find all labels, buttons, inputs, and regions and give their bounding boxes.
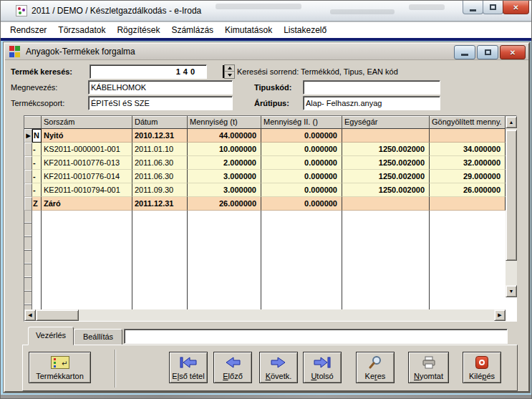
keres-button[interactable]: Keres — [356, 352, 395, 383]
tipuskod-input[interactable] — [303, 80, 440, 95]
icon-dot — [54, 365, 56, 367]
close-button[interactable]: ✕ — [503, 1, 529, 14]
last-record-icon — [312, 352, 332, 372]
cell-gongyolitett: 26.000000 — [430, 183, 506, 197]
arutipus-label: Árútipus: — [254, 99, 289, 107]
up-arrow-icon — [228, 67, 232, 69]
tab-vezerles[interactable]: Vezérlés — [28, 327, 74, 345]
vertical-scrollbar[interactable]: ▲ ▼ — [506, 116, 517, 297]
spinner-down-button[interactable] — [225, 72, 234, 78]
background-blur — [216, 4, 301, 9]
horizontal-scrollbar-thumb[interactable] — [36, 309, 79, 321]
icon-tile — [9, 46, 14, 51]
table-row-zaro[interactable]: Z Záró 2011.12.31 26.000000 0.000000 — [24, 197, 506, 211]
label-part: Ke — [365, 372, 374, 380]
nyomtat-button[interactable]: Nyomtat — [408, 352, 449, 383]
table-row-1[interactable]: - KS2011-0000001-001 2011.01.10 10.00000… — [24, 143, 506, 156]
record-selector[interactable] — [24, 143, 32, 156]
background-blur — [409, 4, 445, 10]
screen: 2011 / DEMO / Készletgazdálkodás - e-Iro… — [0, 0, 532, 399]
maximize-icon — [490, 4, 496, 10]
col-header-sorszam[interactable]: Sorszám — [42, 116, 132, 129]
scroll-right-button[interactable]: ▶ — [494, 309, 506, 321]
minimize-icon — [461, 54, 468, 56]
exit-power-icon — [475, 356, 488, 369]
menu-item-rogzitesek[interactable]: Rögzítések — [111, 22, 165, 39]
menu-item-kimutatasok[interactable]: Kimutatások — [219, 22, 278, 39]
col-header-datum[interactable]: Dátum — [132, 116, 188, 129]
table-row-nyito[interactable]: ▶ N Nyitó 2010.12.31 44.000000 0.000000 — [24, 129, 506, 143]
cell-datum: 2011.06.30 — [132, 156, 188, 170]
record-selector[interactable] — [24, 183, 32, 197]
icon-dot — [54, 362, 56, 364]
vertical-scrollbar-thumb[interactable] — [506, 130, 517, 261]
header-corner — [24, 116, 42, 129]
icon-tile — [9, 52, 14, 57]
maximize-button[interactable] — [483, 1, 503, 14]
label-part: Kilé — [469, 372, 482, 380]
utolso-button[interactable]: Utolsó — [303, 352, 342, 383]
table-row-3[interactable]: - KF2011-0010776-014 2011.06.30 3.000000… — [24, 170, 506, 183]
record-selector[interactable] — [24, 197, 32, 211]
table-row-2[interactable]: - KF2011-0010776-013 2011.06.30 2.000000… — [24, 156, 506, 170]
elso-tetel-button[interactable]: Első tétel — [169, 352, 208, 383]
record-selector[interactable] — [24, 156, 32, 170]
record-selector[interactable]: ▶ — [24, 129, 32, 143]
empty-column — [188, 211, 261, 309]
product-movements-table: Sorszám Dátum Mennyiség (t) Mennyiség II… — [24, 115, 517, 322]
desktop-background — [1, 395, 532, 399]
button-label: Nyomtat — [414, 372, 443, 380]
tab-beallitas[interactable]: Beállítás — [74, 329, 122, 345]
arutipus-input[interactable] — [303, 96, 440, 110]
table-row-4[interactable]: - KE2011-0010794-001 2011.09.30 3.000000… — [24, 183, 506, 197]
row-marker: - — [32, 143, 42, 156]
termekcsoport-input[interactable] — [88, 96, 233, 110]
close-icon: ✕ — [513, 4, 518, 11]
child-minimize-button[interactable] — [454, 45, 475, 59]
label-accel: E — [223, 372, 228, 380]
horizontal-scrollbar[interactable]: ◀ ▶ — [24, 309, 506, 321]
scroll-up-button[interactable]: ▲ — [506, 116, 517, 128]
menu-item-rendszer[interactable]: Rendszer — [4, 22, 52, 39]
cell-mennyiseg2: 0.000000 — [261, 129, 342, 143]
cell-mennyiseg: 3.000000 — [188, 170, 261, 183]
child-window-title: Anyagok-Termékek forgalma — [26, 47, 135, 57]
scrollbar-corner — [506, 297, 517, 321]
col-header-mennyiseg2[interactable]: Mennyiség II. () — [261, 116, 342, 129]
menu-item-szamlazas[interactable]: Számlázás — [165, 22, 219, 39]
child-restore-button[interactable] — [477, 45, 498, 59]
search-spinner[interactable] — [224, 64, 235, 79]
child-window-titlebar[interactable]: Anyagok-Termékek forgalma ✕ — [5, 44, 528, 60]
termek-kereses-input[interactable] — [90, 64, 207, 79]
label-accel: N — [414, 372, 420, 380]
minimize-button[interactable] — [463, 1, 483, 14]
button-label: Kilépés — [469, 372, 495, 380]
power-ring — [479, 360, 485, 365]
termekkarton-button[interactable]: ↵ Termékkarton — [29, 352, 91, 383]
cell-egysegar: 1250.002000 — [342, 143, 430, 156]
exit-power-icon — [475, 352, 488, 372]
status-field[interactable] — [124, 329, 508, 344]
megnevezes-input[interactable] — [88, 80, 233, 95]
menu-item-torzsadatok[interactable]: Törzsadatok — [52, 22, 111, 39]
elozo-button[interactable]: Előző — [213, 352, 252, 383]
cell-datum: 2010.12.31 — [132, 129, 188, 143]
kilepes-button[interactable]: Kilépés — [463, 352, 501, 383]
col-header-gongyolitett[interactable]: Göngyölített menny. — [430, 116, 506, 129]
kovetkezo-button[interactable]: Követk. — [259, 352, 298, 383]
label-part: tolsó — [316, 372, 333, 380]
mdi-background: Anyagok-Termékek forgalma ✕ Termék keres… — [1, 41, 532, 395]
scroll-left-button[interactable]: ◀ — [24, 309, 36, 321]
menu-item-listakezelo[interactable]: Listakezelő — [278, 22, 332, 39]
child-close-button[interactable]: ✕ — [500, 45, 526, 59]
window-titlebar[interactable]: 2011 / DEMO / Készletgazdálkodás - e-Iro… — [1, 1, 532, 21]
record-selector[interactable] — [24, 170, 32, 183]
empty-column — [42, 211, 132, 309]
col-header-mennyiseg[interactable]: Mennyiség (t) — [188, 116, 261, 129]
cell-mennyiseg2: 0.000000 — [261, 170, 342, 183]
col-header-egysegar[interactable]: Egységár — [342, 116, 430, 129]
spinner-up-button[interactable] — [225, 65, 234, 72]
cell-datum: 2011.09.30 — [132, 183, 188, 197]
scroll-down-button[interactable]: ▼ — [506, 285, 517, 297]
first-record-icon — [178, 352, 198, 372]
